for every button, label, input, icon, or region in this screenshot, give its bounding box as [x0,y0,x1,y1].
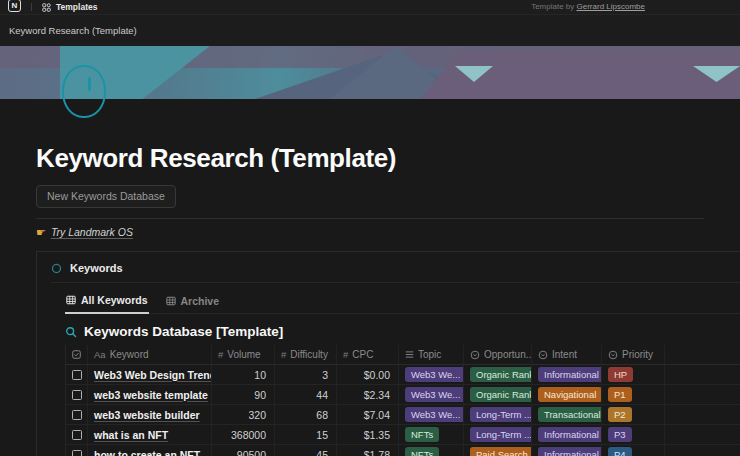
intent-tag: Informational [538,427,602,442]
cpc-cell[interactable]: $1.35 [337,425,399,444]
keyword-cell[interactable]: web3 website builder [88,405,212,424]
database-header: Keywords Database [Template] [65,324,740,339]
volume-cell[interactable]: 90500 [212,445,275,456]
opportunity-tag: Long-Term ... [470,407,532,422]
keyword-cell[interactable]: how to create an NFT [88,445,212,456]
intent-cell[interactable]: Informational [532,445,602,456]
opportunity-cell[interactable]: Paid Search [464,445,532,456]
table-header-row: AaKeyword #Volume #Difficulty #CPC Topic… [66,345,740,365]
opportunity-cell[interactable]: Long-Term ... [464,425,532,444]
number-icon: # [343,349,348,360]
divider [51,282,740,283]
opportunity-tag: Paid Search [470,447,532,456]
row-checkbox[interactable] [66,385,88,404]
cpc-cell[interactable]: $0.00 [337,365,399,384]
column-header-opportunity[interactable]: Opportun... [464,345,532,364]
column-header-intent[interactable]: Intent [532,345,602,364]
difficulty-cell[interactable]: 15 [275,425,337,444]
divider [31,3,32,11]
breadcrumb[interactable]: Keyword Research (Template) [9,25,137,36]
select-all-checkbox[interactable] [66,345,88,364]
intent-tag: Informational [538,367,602,382]
breadcrumb-bar: Keyword Research (Template) [0,15,740,46]
priority-tag: P3 [608,427,632,442]
priority-cell[interactable]: P3 [602,425,665,444]
opportunity-tag: Organic Rank [470,367,532,382]
cpc-cell[interactable]: $7.04 [337,405,399,424]
topic-cell[interactable]: NFTs [399,445,464,456]
templates-nav-item[interactable]: Templates [56,2,97,12]
volume-cell[interactable]: 320 [212,405,275,424]
list-icon [405,350,414,359]
difficulty-cell[interactable]: 44 [275,385,337,404]
table-row[interactable]: how to create an NFT 90500 45 $1.78 NFTs… [66,445,740,456]
difficulty-cell[interactable]: 68 [275,405,337,424]
intent-cell[interactable]: Informational [532,425,602,444]
tab-all-keywords[interactable]: All Keywords [65,289,149,314]
intent-cell[interactable]: Transactional [532,405,602,424]
opportunity-tag: Long-Term ... [470,427,532,442]
empty-header [665,345,740,364]
column-header-keyword[interactable]: AaKeyword [88,345,212,364]
difficulty-cell[interactable]: 3 [275,365,337,384]
table-row[interactable]: web3 website template 90 44 $2.34 Web3 W… [66,385,740,405]
checkbox-icon [72,410,82,420]
magnifier-icon [65,326,77,338]
opportunity-cell[interactable]: Long-Term ... [464,405,532,424]
empty-cell [665,365,740,384]
opportunity-cell[interactable]: Organic Rank [464,385,532,404]
table-row[interactable]: web3 website builder 320 68 $7.04 Web3 W… [66,405,740,425]
new-keywords-database-button[interactable]: New Keywords Database [36,185,176,208]
column-header-volume[interactable]: #Volume [212,345,275,364]
cpc-cell[interactable]: $2.34 [337,385,399,404]
priority-cell[interactable]: P1 [602,385,665,404]
cpc-cell[interactable]: $1.78 [337,445,399,456]
database-title[interactable]: Keywords Database [Template] [84,324,283,339]
empty-cell [665,425,740,444]
cover-image [0,46,740,99]
column-header-priority[interactable]: Priority [602,345,665,364]
topic-cell[interactable]: NFTs [399,425,464,444]
priority-tag: HP [608,367,633,382]
priority-cell[interactable]: HP [602,365,665,384]
keyword-cell[interactable]: Web3 Web Design Trends [88,365,212,384]
empty-cell [665,405,740,424]
row-checkbox[interactable] [66,425,88,444]
volume-cell[interactable]: 368000 [212,425,275,444]
topic-cell[interactable]: Web3 We... [399,365,464,384]
table-row[interactable]: Web3 Web Design Trends 10 3 $0.00 Web3 W… [66,365,740,385]
priority-cell[interactable]: P4 [602,445,665,456]
difficulty-cell[interactable]: 45 [275,445,337,456]
topic-tag: Web3 We... [405,387,464,402]
table-row[interactable]: what is an NFT 368000 15 $1.35 NFTs Long… [66,425,740,445]
keyword-cell[interactable]: web3 website template [88,385,212,404]
row-checkbox[interactable] [66,445,88,456]
empty-cell [665,445,740,456]
row-checkbox[interactable] [66,405,88,424]
tab-archive[interactable]: Archive [165,289,221,313]
select-icon [470,350,480,360]
volume-cell[interactable]: 10 [212,365,275,384]
cursor-highlight-dash [88,77,91,91]
landmark-os-link[interactable]: Try Landmark OS [51,226,133,238]
topic-cell[interactable]: Web3 We... [399,385,464,404]
column-header-difficulty[interactable]: #Difficulty [275,345,337,364]
keyword-cell[interactable]: what is an NFT [88,425,212,444]
column-header-cpc[interactable]: #CPC [337,345,399,364]
topic-cell[interactable]: Web3 We... [399,405,464,424]
top-bar: N Templates Template by Gerrard Lipscomb… [0,0,740,15]
keywords-section-header[interactable]: Keywords [51,262,740,274]
author-link[interactable]: Gerrard Lipscombe [577,2,645,11]
notion-logo-icon[interactable]: N [8,0,21,12]
volume-cell[interactable]: 90 [212,385,275,404]
row-checkbox[interactable] [66,365,88,384]
topic-tag: Web3 We... [405,407,464,422]
pointing-hand-icon: ☛ [36,226,46,238]
keywords-table: AaKeyword #Volume #Difficulty #CPC Topic… [65,345,740,456]
intent-cell[interactable]: Navigational [532,385,602,404]
templates-icon [42,3,51,12]
opportunity-cell[interactable]: Organic Rank [464,365,532,384]
column-header-topic[interactable]: Topic [399,345,464,364]
intent-cell[interactable]: Informational [532,365,602,384]
priority-cell[interactable]: P2 [602,405,665,424]
